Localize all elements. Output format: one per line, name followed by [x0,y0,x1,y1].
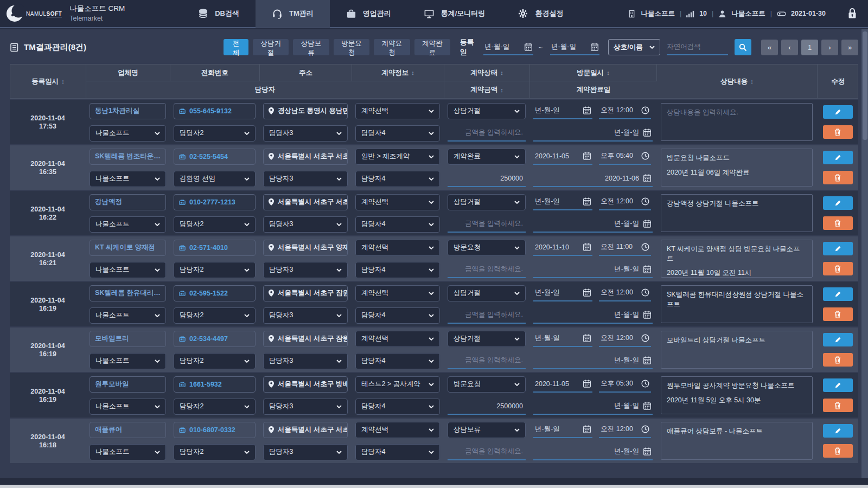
header-memo[interactable]: 상담내용↕ [657,65,818,98]
memo-textarea[interactable]: 강남액정 상담거절 나물소프트 [661,194,813,232]
delete-button[interactable] [823,216,853,230]
manager1-select[interactable]: 나물소프트 [90,262,166,278]
complete-date-input[interactable]: 년-월-일 [533,216,653,233]
phone-field[interactable]: 02-525-5454 [174,149,256,165]
complete-date-input[interactable]: 년-월-일 [533,307,653,324]
address-field[interactable]: 서울특별시 서초구 서초동 [263,422,348,438]
contract-info-select[interactable]: 계약선택 [355,285,440,301]
edit-button[interactable] [823,378,853,392]
edit-button[interactable] [823,287,853,301]
manager3-select[interactable]: 담당자3 [263,125,348,142]
address-field[interactable]: 경상남도 통영시 용남면 [263,103,348,119]
visit-date-input[interactable]: 2020-11-10 [533,240,592,256]
manager3-select[interactable]: 담당자3 [263,307,348,324]
contract-status-select[interactable]: 상담거절 [448,285,526,301]
reg-date-from-input[interactable]: 년-월-일 [483,39,533,55]
amount-input[interactable]: 금액을 입력하세요. [448,444,526,460]
delete-button[interactable] [823,171,853,184]
contract-info-select[interactable]: 일반 > 제조계약 [355,149,440,165]
company-name-field[interactable]: 애플큐어 [90,422,166,438]
manager1-select[interactable]: 나물소프트 [90,444,166,460]
company-name-field[interactable]: 강남액정 [90,194,166,210]
complete-date-input[interactable]: 년-월-일 [533,262,653,278]
phone-field[interactable]: 02-595-1522 [174,285,256,301]
contract-status-select[interactable]: 상담거절 [448,194,526,210]
manager3-select[interactable]: 담당자3 [263,262,348,278]
visit-time-input[interactable]: 오전 11:00 [599,240,651,256]
manager4-select[interactable]: 담당자4 [355,171,440,187]
filter-button-contract-request[interactable]: 계약요청 [374,39,410,55]
manager2-select[interactable]: 담당자2 [174,216,256,233]
visit-time-input[interactable]: 오전 12:00 [599,194,651,210]
visit-time-input[interactable]: 오전 12:00 [599,103,651,119]
visit-date-input[interactable]: 년-월-일 [533,285,592,301]
pagination-prev-button[interactable]: ‹ [781,40,798,55]
contract-info-select[interactable]: 계약선택 [355,240,440,256]
manager4-select[interactable]: 담당자4 [355,399,440,415]
search-button[interactable] [735,39,751,55]
manager4-select[interactable]: 담당자4 [355,125,440,142]
manager2-select[interactable]: 담당자2 [174,399,256,415]
phone-field[interactable]: 010-2777-1213 [174,194,256,210]
memo-textarea[interactable]: KT 씨케이로 양재점 상담 방문요청 나물소프트2020년 11월 10일 오… [661,240,813,278]
edit-button[interactable] [823,151,853,164]
manager4-select[interactable]: 담당자4 [355,307,440,324]
nav-item-settings[interactable]: 환경설정 [501,0,579,28]
edit-button[interactable] [823,333,853,346]
phone-field[interactable]: 1661-5932 [174,376,256,393]
visit-date-input[interactable]: 년-월-일 [533,422,592,438]
address-field[interactable]: 서울특별시 서초구 잠원동 [263,331,348,347]
visit-time-input[interactable]: 오후 05:40 [599,149,651,165]
edit-button[interactable] [823,424,853,438]
nav-item-stats-monitoring[interactable]: 통계/모니터링 [407,0,502,28]
manager3-select[interactable]: 담당자3 [263,216,348,233]
nav-item-db-search[interactable]: DB검색 [182,0,256,28]
scrollbar-thumb[interactable] [863,31,867,140]
search-type-select[interactable]: 상호/이름 [608,39,660,55]
filter-button-refused[interactable]: 상담거절 [253,39,289,55]
phone-field[interactable]: 055-645-9132 [174,103,256,119]
address-field[interactable]: 서울특별시 서초구 잠원동 [263,285,348,301]
manager3-select[interactable]: 담당자3 [263,399,348,415]
company-name-field[interactable]: KT 씨케이로 양재점 [90,240,166,256]
manager1-select[interactable]: 나물소프트 [90,399,166,415]
address-field[interactable]: 서울특별시 서초구 서초동 [263,149,348,165]
amount-input[interactable]: 금액을 입력하세요. [448,307,526,324]
company-name-field[interactable]: SK텔레콤 한유대리점장원점 [90,285,166,301]
filter-button-contract-done[interactable]: 계약완료 [414,39,450,55]
search-input[interactable] [667,43,728,50]
memo-textarea[interactable]: SK텔레콤 한유대리점장원점 상담거절 나물소프트 [661,285,813,323]
memo-textarea[interactable]: 방문요청 나물소프트2020년 11월 06일 계약완료 [661,149,813,187]
delete-button[interactable] [823,444,853,458]
memo-textarea[interactable]: 모바일트리 상담거절 나물소프트 [661,331,813,369]
amount-input[interactable]: 금액을 입력하세요. [448,216,526,233]
visit-date-input[interactable]: 년-월-일 [533,103,592,119]
complete-date-input[interactable]: 년-월-일 [533,444,653,460]
phone-field[interactable]: 010-6807-0332 [174,422,256,438]
visit-time-input[interactable]: 오전 12:00 [599,285,651,301]
pagination-page-button[interactable]: 1 [801,40,818,55]
visit-date-input[interactable]: 년-월-일 [533,331,592,347]
amount-input[interactable]: 금액을 입력하세요. [448,353,526,369]
manager4-select[interactable]: 담당자4 [355,353,440,369]
delete-button[interactable] [823,262,853,275]
contract-status-select[interactable]: 상담거절 [448,103,526,119]
complete-date-input[interactable]: 년-월-일 [533,353,653,369]
manager4-select[interactable]: 담당자4 [355,216,440,233]
contract-status-select[interactable]: 방문요청 [448,240,526,256]
header-reg-datetime[interactable]: 등록일시↕ [10,65,86,98]
contract-info-select[interactable]: 테스트2 > 공사계약 [355,376,440,393]
manager3-select[interactable]: 담당자3 [263,353,348,369]
amount-input[interactable]: 2500000 [448,399,526,415]
manager1-select[interactable]: 나물소프트 [90,125,166,142]
manager3-select[interactable]: 담당자3 [263,444,348,460]
memo-textarea[interactable]: 원투모바일 공사계약 방문요청 나물소프트2020년 11월 5일 오후 5시 … [661,376,813,414]
phone-field[interactable]: 02-534-4497 [174,331,256,347]
manager1-select[interactable]: 나물소프트 [90,216,166,233]
contract-info-select[interactable]: 계약선택 [355,103,440,119]
visit-time-input[interactable]: 오전 12:00 [599,422,651,438]
filter-button-all[interactable]: 전체 [224,39,248,55]
contract-status-select[interactable]: 계약완료 [448,149,526,165]
contract-status-select[interactable]: 상담거절 [448,331,526,347]
filter-button-hold[interactable]: 상담보류 [293,39,329,55]
